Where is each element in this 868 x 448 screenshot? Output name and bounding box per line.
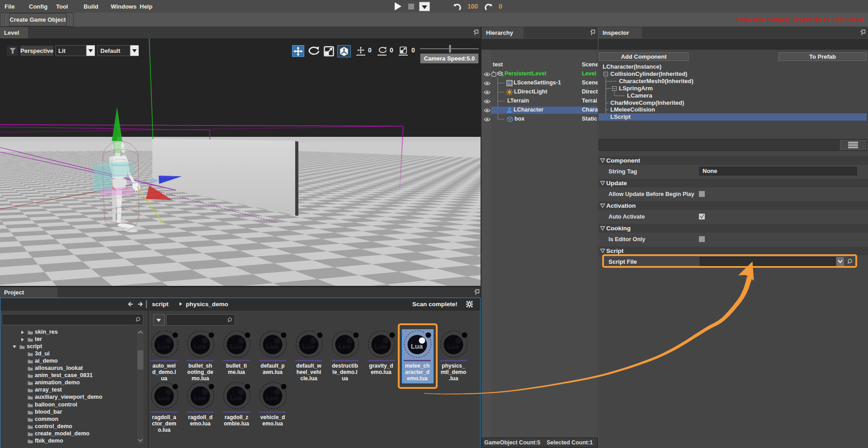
svg-text:Lua: Lua [230,394,242,401]
svg-text:Lua: Lua [339,342,351,350]
svg-text:Lua: Lua [266,342,278,350]
svg-text:Lua: Lua [194,342,206,350]
svg-text:Lua: Lua [447,342,459,350]
svg-text:Lua: Lua [411,342,423,350]
svg-text:Lua: Lua [230,342,242,350]
svg-text:Lua: Lua [266,394,278,401]
svg-text:Lua: Lua [194,394,206,401]
svg-text:Lua: Lua [375,342,387,350]
svg-text:Lua: Lua [158,394,170,401]
svg-text:Lua: Lua [302,342,315,350]
svg-text:Lua: Lua [158,342,170,350]
